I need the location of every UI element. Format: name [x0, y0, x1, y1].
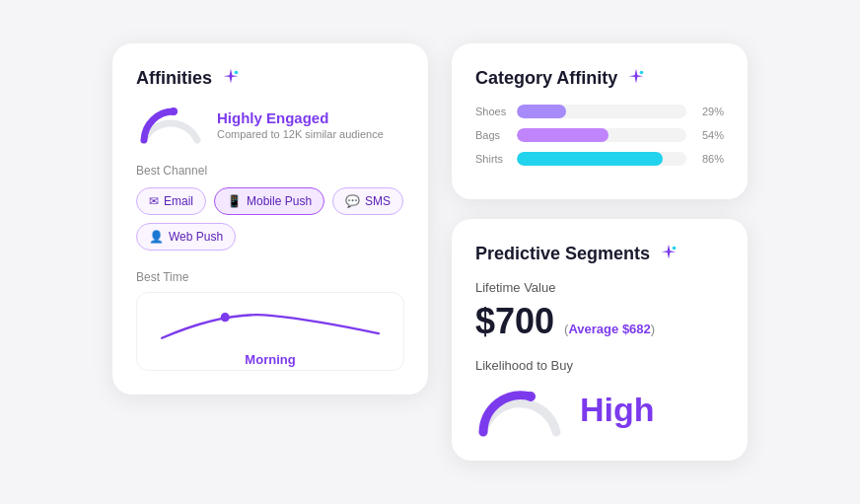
likelihood-label: Likelihood to Buy: [475, 358, 724, 373]
sms-tag-label: SMS: [365, 194, 391, 208]
bar-row: Shoes29%: [475, 105, 724, 118]
predictive-sparkle-icon: [658, 243, 680, 264]
channel-tags: ✉ Email 📱 Mobile Push 💬 SMS 👤 Web Push: [136, 187, 404, 251]
bar-percent: 29%: [696, 106, 724, 117]
sms-icon: 💬: [345, 194, 360, 208]
mobile-push-icon: 📱: [227, 194, 242, 208]
ltv-value-row: $700 (Average $682): [475, 301, 724, 342]
ltv-avg-value: $682: [622, 322, 651, 336]
right-column: Category Affinity Shoes29%Bags54%Shirts8…: [452, 43, 748, 461]
best-time-label: Best Time: [136, 270, 404, 284]
category-affinity-title-text: Category Affinity: [475, 68, 617, 89]
sparkle-icon: [220, 67, 242, 89]
engagement-text: Highly Engaged Compared to 12K similar a…: [217, 109, 384, 140]
high-label: High: [580, 391, 655, 429]
mobile-push-tag-label: Mobile Push: [247, 194, 312, 208]
engaged-label: Highly Engaged: [217, 109, 384, 126]
predictive-segments-card: Predictive Segments Lifetime Value $700 …: [452, 219, 748, 461]
engagement-section: Highly Engaged Compared to 12K similar a…: [136, 105, 404, 144]
engaged-subtitle: Compared to 12K similar audience: [217, 128, 384, 140]
bar-percent: 54%: [696, 129, 724, 141]
web-push-tag-label: Web Push: [169, 230, 223, 244]
bar-row: Shirts86%: [475, 152, 724, 166]
ltv-avg: (Average $682): [564, 322, 655, 336]
best-channel-label: Best Channel: [136, 164, 404, 178]
email-icon: ✉: [149, 194, 159, 208]
email-tag-label: Email: [164, 194, 193, 208]
bar-fill: [517, 128, 609, 142]
web-push-tag[interactable]: 👤 Web Push: [136, 223, 236, 251]
bar-fill: [517, 152, 663, 166]
email-tag[interactable]: ✉ Email: [136, 187, 206, 215]
predictive-segments-title: Predictive Segments: [475, 243, 724, 264]
category-affinity-card: Category Affinity Shoes29%Bags54%Shirts8…: [452, 43, 748, 199]
time-chart: Morning: [136, 292, 404, 371]
bar-track: [517, 128, 686, 142]
affinities-title-text: Affinities: [136, 68, 212, 89]
bar-row: Bags54%: [475, 128, 724, 142]
sms-tag[interactable]: 💬 SMS: [332, 187, 403, 215]
svg-point-2: [221, 313, 230, 322]
time-value: Morning: [153, 352, 388, 367]
predictive-segments-title-text: Predictive Segments: [475, 244, 650, 264]
mobile-push-tag[interactable]: 📱 Mobile Push: [214, 187, 324, 215]
bar-percent: 86%: [696, 153, 724, 165]
bar-fill: [517, 105, 566, 118]
category-bars: Shoes29%Bags54%Shirts86%: [475, 105, 724, 166]
svg-point-3: [640, 71, 644, 75]
bar-label: Shoes: [475, 106, 507, 117]
ltv-label: Lifetime Value: [475, 280, 724, 295]
affinities-card: Affinities Highly Engaged Compared to 12…: [112, 43, 428, 395]
bar-track: [517, 105, 686, 118]
best-time-section: Best Time Morning: [136, 270, 404, 371]
likelihood-gauge: [475, 383, 564, 437]
ltv-value: $700: [475, 301, 554, 342]
web-push-icon: 👤: [149, 230, 164, 244]
affinities-title: Affinities: [136, 67, 404, 89]
svg-point-1: [170, 108, 178, 115]
ltv-avg-label: Average: [568, 322, 618, 336]
time-curve: [153, 305, 388, 344]
svg-point-5: [526, 392, 536, 401]
svg-point-0: [235, 71, 239, 75]
bar-track: [517, 152, 686, 166]
svg-point-4: [673, 247, 677, 251]
category-affinity-title: Category Affinity: [475, 67, 724, 89]
category-sparkle-icon: [625, 67, 647, 89]
engagement-gauge: [136, 105, 205, 144]
likelihood-row: High: [475, 383, 724, 437]
bar-label: Bags: [475, 129, 507, 141]
bar-label: Shirts: [475, 153, 507, 165]
